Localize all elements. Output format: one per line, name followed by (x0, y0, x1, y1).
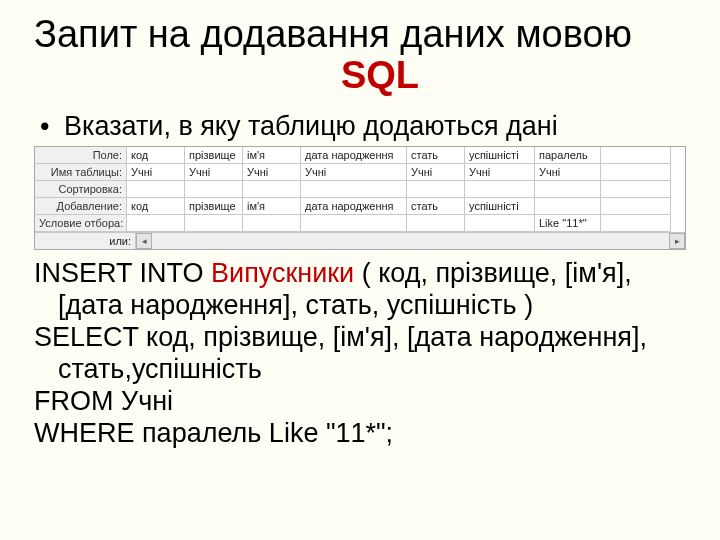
cell (301, 215, 407, 232)
cell (185, 215, 243, 232)
sql-code-block: INSERT INTO Випускники ( код, прізвище, … (34, 258, 686, 449)
cell: прізвище (185, 147, 243, 164)
bullet-dot: • (40, 110, 64, 142)
cell: стать (407, 198, 465, 215)
sql-l1c: ( код, прізвище, [ім'я], (354, 258, 632, 288)
slide: Запит на додавання даних мовою SQL • Вка… (0, 0, 720, 450)
chevron-right-icon: ▸ (675, 236, 680, 246)
row-label-append: Добавление: (35, 198, 127, 215)
cell: дата народження (301, 147, 407, 164)
grid-scroll-row: или: ◂ ▸ (35, 232, 685, 249)
scrollbar-track[interactable] (152, 233, 669, 249)
cell: паралель (535, 147, 601, 164)
row-label-or: или: (35, 233, 136, 249)
cell (601, 164, 671, 181)
sql-line-4: стать,успішність (34, 354, 686, 386)
row-label-sort: Сортировка: (35, 181, 127, 198)
cell (601, 215, 671, 232)
bullet-text: Вказати, в яку таблицю додаються дані (64, 110, 558, 142)
cell: ім'я (243, 147, 301, 164)
cell: стать (407, 147, 465, 164)
sql-line-1: INSERT INTO Випускники ( код, прізвище, … (34, 258, 686, 290)
cell (407, 181, 465, 198)
cell: Учні (243, 164, 301, 181)
row-label-table: Имя таблицы: (35, 164, 127, 181)
cell (535, 181, 601, 198)
cell (601, 181, 671, 198)
cell: Учні (465, 164, 535, 181)
sql-line-6: WHERE паралель Like "11*"; (34, 418, 686, 450)
cell (407, 215, 465, 232)
cell (465, 215, 535, 232)
cell: дата народження (301, 198, 407, 215)
title-main: Запит на додавання даних мовою (34, 13, 632, 55)
sql-line-3: SELECT код, прізвище, [ім'я], [дата наро… (34, 322, 686, 354)
cell (301, 181, 407, 198)
slide-title: Запит на додавання даних мовою SQL (34, 14, 686, 96)
cell: ім'я (243, 198, 301, 215)
scroll-left-button[interactable]: ◂ (136, 233, 152, 249)
row-label-field: Поле: (35, 147, 127, 164)
cell: код (127, 147, 185, 164)
cell: успішністі (465, 147, 535, 164)
bullet-line: • Вказати, в яку таблицю додаються дані (40, 110, 686, 142)
cell: Учні (127, 164, 185, 181)
cell (535, 198, 601, 215)
row-label-criteria: Условие отбора: (35, 215, 127, 232)
sql-line-5: FROM Учні (34, 386, 686, 418)
cell: Учні (535, 164, 601, 181)
cell (465, 181, 535, 198)
sql-table-name: Випускники (211, 258, 354, 288)
cell (127, 215, 185, 232)
cell: Учні (301, 164, 407, 181)
cell (601, 147, 671, 164)
cell: Like "11*" (535, 215, 601, 232)
cell: успішністі (465, 198, 535, 215)
cell: прізвище (185, 198, 243, 215)
sql-line-2: [дата народження], стать, успішність ) (34, 290, 686, 322)
sql-l1a: INSERT INTO (34, 258, 211, 288)
cell: код (127, 198, 185, 215)
cell (127, 181, 185, 198)
chevron-left-icon: ◂ (142, 236, 147, 246)
cell: Учні (185, 164, 243, 181)
title-sql: SQL (74, 55, 686, 96)
cell (185, 181, 243, 198)
cell (243, 215, 301, 232)
cell (243, 181, 301, 198)
query-grid: Поле: код прізвище ім'я дата народження … (35, 147, 685, 232)
query-design-grid: Поле: код прізвище ім'я дата народження … (34, 146, 686, 250)
cell (601, 198, 671, 215)
cell: Учні (407, 164, 465, 181)
scroll-right-button[interactable]: ▸ (669, 233, 685, 249)
